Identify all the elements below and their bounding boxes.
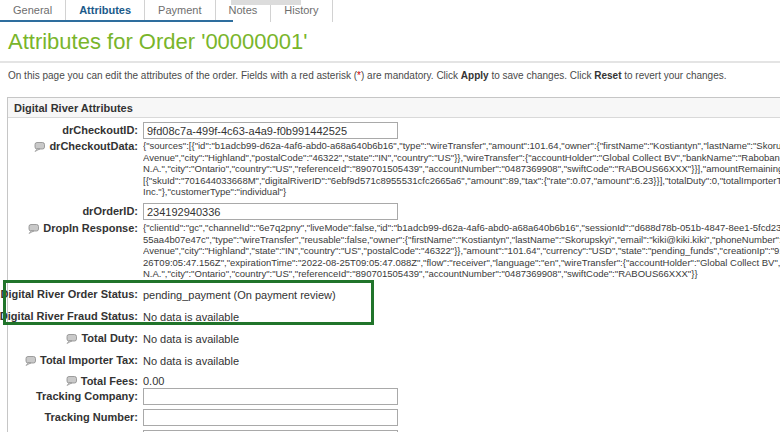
- json-line: N.A.","city":"Ontario","country":"US","r…: [143, 268, 780, 280]
- field-label: Tracking Number:: [8, 411, 138, 424]
- tab-general[interactable]: General: [0, 0, 66, 22]
- json-line: 26T09:05:47.156Z","expirationTime":"2022…: [143, 257, 780, 269]
- total-fees-value: 0.00: [143, 375, 780, 387]
- tab-attributes[interactable]: Attributes: [66, 0, 145, 22]
- drcheckoutid-input[interactable]: [143, 122, 398, 139]
- json-line: [{"skuId":"701644033668M","digitalRiverI…: [143, 175, 780, 187]
- field-label-wrap: Total Duty:: [8, 332, 138, 345]
- json-line: {"clientId":"gc","channelId":"6e7q2pny",…: [143, 222, 780, 234]
- field-label-wrap: DropIn Response:: [8, 222, 138, 235]
- field-label: Digital River Fraud Status:: [0, 310, 138, 323]
- attribute-scope-icon: [66, 376, 77, 386]
- attr-row-dr-order-status: Digital River Order Status: pending_paym…: [8, 287, 780, 302]
- field-label-wrap: Digital River Order Status:: [8, 288, 138, 301]
- json-line: {"sources":[{"id":"b1adcb99-d62a-4af6-ab…: [143, 140, 780, 152]
- field-label-wrap: Digital River Fraud Status:: [8, 310, 138, 323]
- window-edge-fragment: [231, 0, 301, 5]
- attr-row-total-duty: Total Duty: No data is available: [8, 331, 780, 346]
- field-label: Total Fees:: [81, 375, 138, 388]
- dropin-response-value: {"clientId":"gc","channelId":"6e7q2pny",…: [143, 222, 780, 280]
- description-text: to revert your changes.: [621, 70, 726, 81]
- total-duty-value: No data is available: [143, 333, 780, 345]
- json-line: Avenue","city":"Highland","state":"IN","…: [143, 245, 780, 257]
- field-label-wrap: drCheckoutData:: [8, 140, 138, 153]
- page-title: Attributes for Order '00000001': [8, 29, 307, 55]
- attr-row-dropin-response: DropIn Response: {"clientId":"gc","chann…: [8, 222, 780, 280]
- drcheckoutdata-value: {"sources":[{"id":"b1adcb99-d62a-4af6-ab…: [143, 140, 780, 198]
- attr-row-dr-fraud-status: Digital River Fraud Status: No data is a…: [8, 309, 780, 324]
- field-label: Digital River Order Status:: [0, 288, 138, 301]
- total-importer-tax-value: No data is available: [143, 355, 780, 367]
- page-description: On this page you can edit the attributes…: [8, 70, 772, 82]
- dr-fraud-status-value: No data is available: [143, 311, 780, 323]
- attribute-scope-icon: [34, 142, 45, 152]
- description-text: to save changes. Click: [489, 70, 595, 81]
- digital-river-attributes-panel: Digital River Attributes drCheckoutID: d…: [7, 97, 780, 432]
- attribute-scope-icon: [28, 224, 39, 234]
- json-line: Inc."},"customerType":"individual"}: [143, 186, 780, 198]
- field-label-wrap: Total Importer Tax:: [8, 354, 138, 367]
- field-label: Total Importer Tax:: [40, 354, 138, 367]
- json-line: Avenue","city":"Highland","postalCode":"…: [143, 152, 780, 164]
- tab-underline: [0, 20, 233, 22]
- json-line: N.A.","city":"Ontario","country":"US","r…: [143, 163, 780, 175]
- field-label: drCheckoutID:: [8, 124, 138, 137]
- tracking-number-input[interactable]: [143, 409, 398, 426]
- attr-row-tracking-number: Tracking Number:: [8, 408, 780, 427]
- attr-row-total-fees: Total Fees: 0.00: [8, 375, 780, 387]
- tab-payment[interactable]: Payment: [145, 0, 215, 22]
- tracking-company-input[interactable]: [143, 388, 398, 405]
- drorderid-input[interactable]: [143, 203, 398, 220]
- attr-row-drorderid: drOrderID:: [8, 202, 780, 221]
- field-label: drOrderID:: [8, 205, 138, 218]
- attr-row-total-importer-tax: Total Importer Tax: No data is available: [8, 353, 780, 368]
- attribute-scope-icon: [25, 356, 36, 366]
- field-label: Total Duty:: [81, 332, 138, 345]
- attr-row-drcheckoutid: drCheckoutID:: [8, 121, 780, 140]
- attr-row-drcheckoutdata: drCheckoutData: {"sources":[{"id":"b1adc…: [8, 140, 780, 198]
- dr-order-status-value: pending_payment (On payment review): [143, 289, 780, 301]
- apply-keyword: Apply: [461, 70, 489, 81]
- field-label-wrap: Total Fees:: [8, 375, 138, 388]
- section-title: Digital River Attributes: [8, 98, 780, 118]
- attr-row-tracking-company: Tracking Company:: [8, 387, 780, 406]
- field-label: drCheckoutData:: [49, 140, 138, 153]
- header-divider: [0, 61, 780, 63]
- field-label: Tracking Company:: [8, 390, 138, 403]
- attribute-scope-icon: [66, 334, 77, 344]
- json-line: 55aa4b07e47c","type":"wireTransfer","reu…: [143, 234, 780, 246]
- description-text: On this page you can edit the attributes…: [8, 70, 357, 81]
- field-label: DropIn Response:: [43, 222, 138, 235]
- reset-keyword: Reset: [594, 70, 621, 81]
- description-text: ) are mandatory. Click: [361, 70, 461, 81]
